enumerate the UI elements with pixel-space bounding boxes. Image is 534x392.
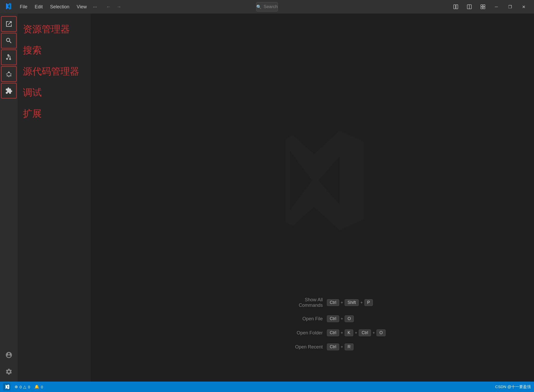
key-r: R — [345, 344, 354, 350]
search-placeholder: Search — [264, 4, 278, 9]
svg-rect-5 — [483, 5, 485, 7]
svg-rect-4 — [481, 5, 483, 7]
shortcut-keys-open-folder: Ctrl + K + Ctrl + O — [327, 329, 386, 336]
svg-rect-7 — [483, 7, 485, 9]
sidebar-labels: 资源管理器 搜索 源代码管理器 调试 扩展 — [18, 14, 91, 382]
content-area: Show AllCommands Ctrl + Shift + P Open F… — [91, 14, 534, 382]
shortcut-keys-open-recent: Ctrl + R — [327, 344, 354, 350]
activity-source-control[interactable] — [1, 50, 17, 65]
nav-forward[interactable]: → — [115, 3, 123, 11]
status-user-info: CSDN @十一要盈强 — [495, 384, 531, 389]
key-p: P — [364, 299, 373, 306]
titlebar: File Edit Selection View ··· ← → 🔍 Searc… — [0, 0, 534, 14]
activity-bar — [0, 14, 18, 382]
menu-file[interactable]: File — [17, 3, 31, 11]
status-vscode-icon[interactable] — [3, 383, 10, 390]
key-shift: Shift — [345, 299, 359, 306]
key-k: K — [345, 329, 353, 336]
activity-settings[interactable] — [1, 364, 17, 379]
layout-btn[interactable] — [477, 2, 489, 11]
panel-layout-btn[interactable] — [450, 2, 462, 11]
key-plus-7: + — [341, 345, 343, 349]
minimize-btn[interactable]: ─ — [490, 2, 503, 11]
shortcut-label-open-recent: Open Recent — [281, 344, 323, 350]
sidebar-label-source-control-text: 源代码管理器 — [23, 65, 79, 78]
key-o-2: O — [377, 329, 385, 336]
window-controls: ─ ❐ ✕ — [450, 2, 530, 11]
shortcut-keys-open-file: Ctrl + O — [327, 315, 354, 322]
shortcut-open-recent: Open Recent Ctrl + R — [281, 344, 386, 350]
shortcut-show-all-commands: Show AllCommands Ctrl + Shift + P — [281, 297, 386, 308]
menu-view[interactable]: View — [74, 3, 90, 11]
search-bar[interactable]: 🔍 Search — [256, 2, 278, 11]
menu-more[interactable]: ··· — [91, 3, 99, 11]
svg-rect-1 — [456, 5, 458, 9]
key-ctrl: Ctrl — [327, 299, 339, 306]
notification-count: 0 — [41, 385, 43, 389]
vscode-logo — [4, 3, 11, 11]
status-right: CSDN @十一要盈强 — [495, 384, 531, 389]
sidebar-label-extensions-text: 扩展 — [23, 107, 42, 120]
key-plus-1: + — [341, 300, 343, 305]
status-left: ⊗ 0 △ 0 🔔 0 — [3, 383, 43, 390]
status-errors[interactable]: ⊗ 0 △ 0 — [15, 384, 30, 389]
activity-search[interactable] — [1, 33, 17, 48]
vscode-watermark — [258, 126, 367, 236]
sidebar-label-source-control[interactable]: 源代码管理器 — [18, 61, 91, 82]
notification-icon: 🔔 — [34, 384, 39, 389]
activity-debug[interactable] — [1, 66, 17, 82]
main-layout: 资源管理器 搜索 源代码管理器 调试 扩展 Show AllCommands — [0, 14, 534, 382]
error-count: 0 — [20, 385, 22, 389]
key-plus-2: + — [360, 300, 363, 305]
activity-explorer[interactable] — [1, 16, 17, 32]
sidebar-label-explorer-text: 资源管理器 — [23, 23, 70, 36]
nav-arrows: ← → — [104, 3, 123, 11]
key-ctrl-2: Ctrl — [327, 315, 339, 322]
sidebar-label-search[interactable]: 搜索 — [18, 40, 91, 61]
status-notifications[interactable]: 🔔 0 — [34, 384, 43, 389]
sidebar-label-explorer[interactable]: 资源管理器 — [18, 19, 91, 40]
shortcut-label-commands: Show AllCommands — [281, 297, 323, 308]
warning-count: 0 — [28, 385, 30, 389]
menu-edit[interactable]: Edit — [32, 3, 46, 11]
close-btn[interactable]: ✕ — [517, 2, 530, 11]
key-ctrl-5: Ctrl — [327, 344, 339, 350]
key-ctrl-3: Ctrl — [327, 329, 339, 336]
shortcut-open-folder: Open Folder Ctrl + K + Ctrl + O — [281, 329, 386, 336]
shortcut-open-file: Open File Ctrl + O — [281, 315, 386, 322]
key-ctrl-4: Ctrl — [359, 329, 371, 336]
welcome-shortcuts: Show AllCommands Ctrl + Shift + P Open F… — [281, 297, 386, 350]
key-plus-5: + — [355, 330, 357, 335]
restore-btn[interactable]: ❐ — [504, 2, 516, 11]
nav-back[interactable]: ← — [104, 3, 113, 11]
shortcut-keys-commands: Ctrl + Shift + P — [327, 299, 373, 306]
menu-selection[interactable]: Selection — [47, 3, 72, 11]
shortcut-label-open-folder: Open Folder — [281, 330, 323, 336]
key-plus-3: + — [341, 316, 343, 321]
sidebar-label-debug[interactable]: 调试 — [18, 82, 91, 103]
search-icon: 🔍 — [256, 4, 262, 9]
sidebar-label-extensions[interactable]: 扩展 — [18, 103, 91, 124]
activity-bottom — [1, 347, 17, 379]
svg-rect-6 — [481, 7, 483, 9]
key-plus-6: + — [373, 330, 375, 335]
shortcut-label-open-file: Open File — [281, 316, 323, 322]
status-bar: ⊗ 0 △ 0 🔔 0 CSDN @十一要盈强 — [0, 382, 534, 392]
titlebar-menu: File Edit Selection View ··· — [17, 3, 99, 11]
error-icon: ⊗ — [15, 384, 18, 389]
sidebar-label-search-text: 搜索 — [23, 44, 42, 57]
split-editor-btn[interactable] — [463, 2, 476, 11]
activity-account[interactable] — [1, 347, 17, 363]
key-plus-4: + — [341, 330, 343, 335]
warning-icon: △ — [23, 384, 26, 389]
svg-rect-0 — [454, 5, 456, 9]
sidebar-label-debug-text: 调试 — [23, 86, 42, 99]
activity-extensions[interactable] — [1, 83, 17, 99]
key-o: O — [345, 315, 354, 322]
